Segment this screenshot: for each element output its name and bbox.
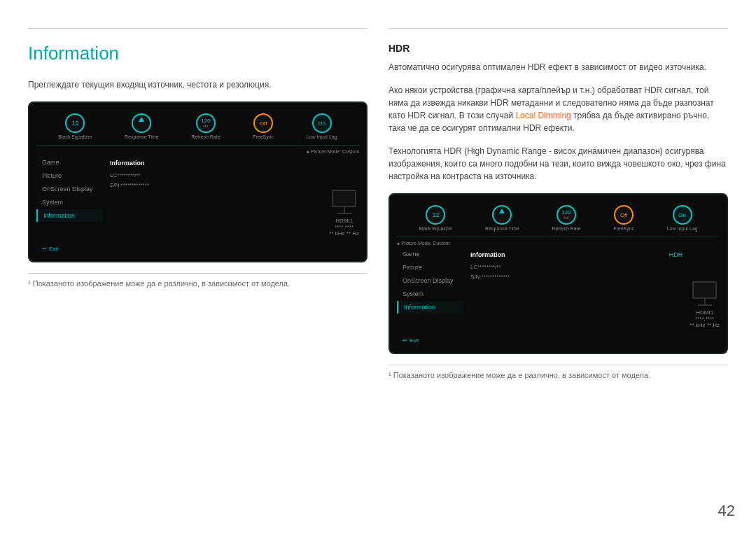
right-menu-item-game: Game xyxy=(397,248,463,260)
right-knob-circle-1: 12 xyxy=(426,205,445,225)
knob-circle-3: 120 Hz xyxy=(196,113,216,133)
left-description: Преглеждате текущия входящ източник, чес… xyxy=(28,78,368,91)
left-title: Information xyxy=(28,43,368,64)
left-osd-mockup: 12 Black Equalizer Response Time 120 Hz xyxy=(28,101,368,262)
left-exit: ↩ Exit xyxy=(36,244,359,254)
right-knob-label-4: FreeSync xyxy=(613,226,634,231)
right-picture-mode: ● Picture Mode: Custom xyxy=(397,241,720,246)
left-osd-topbar: 12 Black Equalizer Response Time 120 Hz xyxy=(36,110,359,146)
right-osd-lc-line: LC********/** xyxy=(470,264,682,270)
arrow-icon xyxy=(139,117,144,122)
right-knob-low-input-lag: On Low Input Lag xyxy=(667,205,698,231)
right-base-icon xyxy=(698,304,712,306)
right-stars: ****,**** xyxy=(695,316,714,322)
knob-label-2: Response Time xyxy=(125,134,159,139)
knob-label-3: Refresh Rate xyxy=(191,134,220,139)
right-knob-freesync: Off FreeSync xyxy=(613,205,634,231)
right-osd-body: Game Picture OnScreen Display System Inf… xyxy=(397,248,720,332)
right-column: HDR Автоматично осигурява оптимален HDR … xyxy=(388,28,728,513)
highlight-local-dimming: Local Dimming xyxy=(515,111,570,120)
knob-label-1: Black Equalizer xyxy=(58,134,92,139)
right-arrow-icon xyxy=(499,209,505,213)
left-osd-content: Information LC********/** S/N:**********… xyxy=(106,156,326,240)
base-icon xyxy=(337,213,351,214)
knob-refresh-rate: 120 Hz Refresh Rate xyxy=(191,113,220,139)
menu-item-onscreen: OnScreen Display xyxy=(36,183,103,195)
left-monitor-icon xyxy=(332,190,356,214)
left-picture-mode: ● Picture Mode: Custom xyxy=(36,149,359,154)
knob-circle-1: 12 xyxy=(65,113,85,133)
knob-freesync: Off FreeSync xyxy=(253,113,274,139)
right-picture-mode-text: ● Picture Mode: Custom xyxy=(397,241,449,246)
left-divider xyxy=(28,273,368,274)
knob-black-equalizer: 12 Black Equalizer xyxy=(58,113,92,139)
right-hdr-badge: HDR xyxy=(669,251,683,260)
exit-arrow-icon: ↩ xyxy=(42,246,47,252)
right-screen-icon xyxy=(692,281,717,299)
right-para-1: Автоматично осигурява оптимален HDR ефек… xyxy=(388,61,728,73)
right-knob-black-equalizer: 12 Black Equalizer xyxy=(419,205,452,231)
menu-item-picture: Picture xyxy=(36,169,103,182)
stand-icon xyxy=(344,207,345,213)
right-monitor-icon-area: HDMI1 ****,**** ** kHz ** Hz xyxy=(690,248,720,332)
knob-label-5: Low Input Lag xyxy=(307,134,337,139)
page-container: Information Преглеждате текущия входящ и… xyxy=(0,0,756,534)
right-menu-item-information: Information xyxy=(397,301,463,314)
right-osd-mockup: 12 Black Equalizer Response Time 120 Hz … xyxy=(388,193,728,354)
osd-lc-line: LC********/** xyxy=(110,172,322,178)
right-menu-item-picture: Picture xyxy=(397,261,463,274)
right-exit: ↩ Exit xyxy=(397,335,720,346)
right-subtitle: HDR xyxy=(388,43,728,54)
left-hz-label: ** kHz ** Hz xyxy=(329,230,359,237)
right-exit-label: Exit xyxy=(410,337,419,344)
menu-item-information: Information xyxy=(36,209,103,222)
right-osd-menu: Game Picture OnScreen Display System Inf… xyxy=(397,248,463,332)
page-number: 42 xyxy=(718,502,735,520)
right-knob-label-1: Black Equalizer xyxy=(419,226,452,231)
right-knob-label-5: Low Input Lag xyxy=(667,226,698,231)
menu-item-game: Game xyxy=(36,156,103,169)
right-menu-item-system: System xyxy=(397,288,463,300)
right-knob-response-time: Response Time xyxy=(485,205,519,231)
left-osd-body: Game Picture OnScreen Display System Inf… xyxy=(36,156,359,240)
left-monitor-icon-area: HDMI1 ****,**** ** kHz ** Hz xyxy=(329,156,359,240)
knob-circle-2 xyxy=(132,113,151,133)
knob-label-4: FreeSync xyxy=(253,134,274,139)
right-knob-label-3: Refresh Rate xyxy=(552,226,580,231)
right-knob-refresh-rate: 120 Hz Refresh Rate xyxy=(552,205,580,231)
right-knob-circle-5: On xyxy=(673,205,692,225)
menu-item-system: System xyxy=(36,196,103,209)
right-osd-sn-line: S/N:************* xyxy=(470,274,682,280)
right-divider xyxy=(388,365,728,365)
right-monitor-icon xyxy=(692,281,717,306)
right-para-3: Технологията HDR (High Dynamic Range - в… xyxy=(388,145,728,183)
knob-response-time: Response Time xyxy=(125,113,159,139)
left-hdmi-label: HDMI1 xyxy=(335,218,353,224)
right-hdmi-label: HDMI1 xyxy=(696,309,713,316)
right-knob-label-2: Response Time xyxy=(485,226,519,231)
knob-circle-5: On xyxy=(312,113,332,133)
left-osd-menu: Game Picture OnScreen Display System Inf… xyxy=(36,156,103,240)
left-osd-content-title: Information xyxy=(110,160,322,167)
right-osd-content: Information HDR LC********/** S/N:******… xyxy=(467,248,686,332)
right-knob-circle-2 xyxy=(492,205,512,225)
right-hz-label: ** kHz ** Hz xyxy=(690,322,720,328)
right-osd-content-header: Information HDR xyxy=(470,251,682,260)
right-osd-topbar: 12 Black Equalizer Response Time 120 Hz … xyxy=(397,202,720,237)
screen-icon xyxy=(332,190,356,207)
right-knob-circle-3: 120 Hz xyxy=(556,205,576,225)
right-hz-text: Hz xyxy=(564,216,568,220)
right-exit-arrow-icon: ↩ xyxy=(402,337,407,344)
right-stand-icon xyxy=(704,299,706,304)
exit-label: Exit xyxy=(49,246,58,252)
right-knob-circle-4: Off xyxy=(614,205,634,225)
hz-text: Hz xyxy=(203,124,208,128)
left-footnote: ¹ Показаното изображение може да е разли… xyxy=(28,279,368,288)
osd-sn-line: S/N:************* xyxy=(110,182,322,188)
right-menu-item-onscreen: OnScreen Display xyxy=(397,274,463,287)
right-footnote: ¹ Показаното изображение може да е разли… xyxy=(388,371,728,379)
left-stars: ****,**** xyxy=(335,224,354,230)
knob-circle-4: Off xyxy=(253,113,273,133)
right-para-2: Ако някои устройства (графична карта/пле… xyxy=(388,84,728,134)
right-osd-content-title: Information xyxy=(470,251,505,258)
